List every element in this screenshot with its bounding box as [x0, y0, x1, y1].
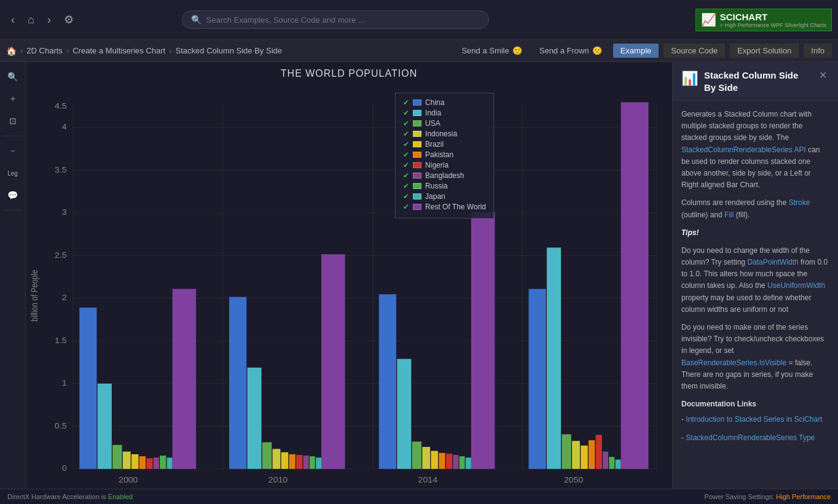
bar-2050-usa [562, 434, 571, 468]
smile-icon: 🙂 [512, 46, 522, 55]
breadcrumb-current: Stacked Column Side By Side [176, 46, 282, 55]
panel-close-button[interactable]: ✕ [816, 69, 829, 81]
send-frown-button[interactable]: Send a Frown 🙁 [533, 44, 608, 58]
bar-2050-russia [609, 457, 614, 469]
breadcrumb-sep-0: › [20, 46, 23, 55]
send-smile-button[interactable]: Send a Smile 🙂 [455, 44, 528, 58]
nav-arrows: ‹ ⌂ › ⚙ [6, 9, 79, 30]
panel-fill-link[interactable]: Fill [724, 211, 734, 219]
logo-chart-icon: 📈 [701, 12, 716, 27]
panel-intro-span: Generates a Stacked Column chart with mu… [681, 110, 812, 142]
legend-color-bangladesh [413, 173, 421, 179]
tip1-link[interactable]: DataPointWidth [747, 258, 798, 266]
bar-2010-japan [316, 457, 321, 468]
breadcrumb-actions: Send a Smile 🙂 Send a Frown 🙁 Example So… [455, 44, 832, 58]
bar-2000-nigeria [146, 458, 152, 468]
svg-text:0.5: 0.5 [55, 422, 67, 430]
bar-2010-india [248, 368, 262, 469]
legend-color-india [413, 110, 421, 116]
doc-section: Documentation Links - Introduction to St… [681, 398, 829, 444]
settings-button[interactable]: ⚙ [59, 9, 79, 30]
annotation-tool[interactable]: 💬 [3, 185, 23, 205]
bar-2010-pakistan [289, 454, 295, 469]
legend-check-bangladesh: ✔ [403, 171, 409, 180]
legend-label-pakistan: Pakistan [425, 150, 453, 159]
minus-tool[interactable]: － [3, 141, 23, 161]
logo-sub: > High Performance WPF Silverlight Chart… [720, 22, 826, 28]
bar-2000-pakistan [139, 456, 146, 469]
fit-tool[interactable]: ⊡ [3, 111, 23, 131]
back-button[interactable]: ‹ [6, 10, 20, 30]
panel-col-end: (fill). [736, 211, 750, 219]
bar-2010-indonesia [273, 449, 281, 469]
svg-text:0: 0 [62, 464, 67, 473]
tool-separator-1 [2, 136, 23, 136]
tip-label-span: Tips! [681, 228, 699, 237]
send-smile-label: Send a Smile [461, 46, 509, 55]
status-right: Power Saving Settings: High Performance [705, 493, 831, 500]
svg-text:4: 4 [62, 123, 67, 131]
legend-item-usa: ✔ USA [403, 119, 486, 128]
legend-check-japan: ✔ [403, 192, 409, 201]
forward-button[interactable]: › [42, 10, 56, 30]
legend-check-pakistan: ✔ [403, 150, 409, 159]
tip2-end: property may be used to define whether c… [681, 293, 811, 314]
tab-export-solution[interactable]: Export Solution [730, 44, 799, 58]
status-high-perf: High Performance [776, 493, 831, 500]
doc-link-1[interactable]: Introduction to Stacked Series in SciCha… [686, 415, 822, 424]
legend-check-russia: ✔ [403, 182, 409, 190]
tab-info[interactable]: Info [804, 44, 832, 58]
bar-2000-brazil [131, 454, 139, 469]
home-button[interactable]: ⌂ [23, 10, 39, 30]
svg-text:2010: 2010 [268, 476, 288, 484]
doc-link-2-item: - StackedColumnRenderableSeries Type [681, 432, 829, 444]
tip3-link[interactable]: BaseRenderableSeries.IsVisible [681, 359, 786, 367]
bar-2014-indonesia [422, 447, 430, 469]
panel-stroke-link[interactable]: Stroke [789, 198, 810, 207]
logo-area: 📈 SCICHART > High Performance WPF Silver… [695, 9, 832, 31]
chart-title: THE WORLD POPULATION [26, 62, 672, 82]
svg-text:3: 3 [62, 208, 67, 217]
svg-text:4.5: 4.5 [55, 102, 67, 110]
tip2-link[interactable]: UseUniformWidth [767, 281, 825, 290]
bar-2010-rest [321, 254, 345, 469]
bar-2010-brazil [281, 452, 289, 469]
legend-color-indonesia [413, 131, 421, 137]
legend-tool[interactable]: Leg [3, 163, 23, 183]
home-icon[interactable]: 🏠 [6, 46, 17, 56]
main-content: 🔍 ＋ ⊡ － Leg 💬 THE WORLD POPULATION [0, 62, 838, 489]
legend-tool-label: Leg [7, 170, 18, 177]
breadcrumb-2d-charts[interactable]: 2D Charts [26, 46, 63, 55]
zoom-tool[interactable]: 🔍 [3, 67, 23, 87]
bar-2050-nigeria [596, 435, 602, 468]
breadcrumb-multiseries[interactable]: Create a Multiseries Chart [72, 46, 165, 55]
bar-2050-india [547, 247, 561, 469]
tab-example[interactable]: Example [613, 44, 659, 58]
svg-text:2: 2 [62, 293, 67, 302]
legend-label-russia: Russia [425, 182, 448, 190]
legend-color-china [413, 99, 421, 106]
legend-item-japan: ✔ Japan [403, 192, 486, 201]
tip3-start: Do you need to make one of the series in… [681, 323, 824, 355]
panel-tip-label: Tips! [681, 227, 829, 239]
legend-item-pakistan: ✔ Pakistan [403, 150, 486, 159]
svg-text:2014: 2014 [418, 476, 437, 484]
doc-link-2[interactable]: StackedColumnRenderableSeries Type [686, 433, 815, 442]
legend-color-nigeria [413, 162, 421, 168]
bar-2014-pakistan [439, 453, 445, 469]
panel-title: Stacked Column Side By Side [704, 69, 810, 93]
status-left-text: DirectX Hardware Acceleration is [7, 493, 106, 500]
bar-2010-nigeria [296, 455, 302, 469]
bar-2050-pakistan [589, 440, 595, 469]
add-tool[interactable]: ＋ [3, 89, 23, 109]
bar-2014-japan [466, 457, 471, 468]
status-left: DirectX Hardware Acceleration is Enabled [7, 493, 133, 500]
panel-api-link[interactable]: StackedColumnRenderableSeries API [681, 145, 806, 154]
search-input[interactable] [206, 15, 480, 25]
tab-source-code[interactable]: Source Code [664, 44, 725, 58]
tool-separator-2 [2, 210, 23, 211]
bar-2010-usa [262, 442, 272, 468]
bar-2014-nigeria [446, 454, 452, 469]
right-panel: 📊 Stacked Column Side By Side ✕ Generate… [672, 62, 838, 489]
panel-body: Generates a Stacked Column chart with mu… [673, 101, 838, 489]
